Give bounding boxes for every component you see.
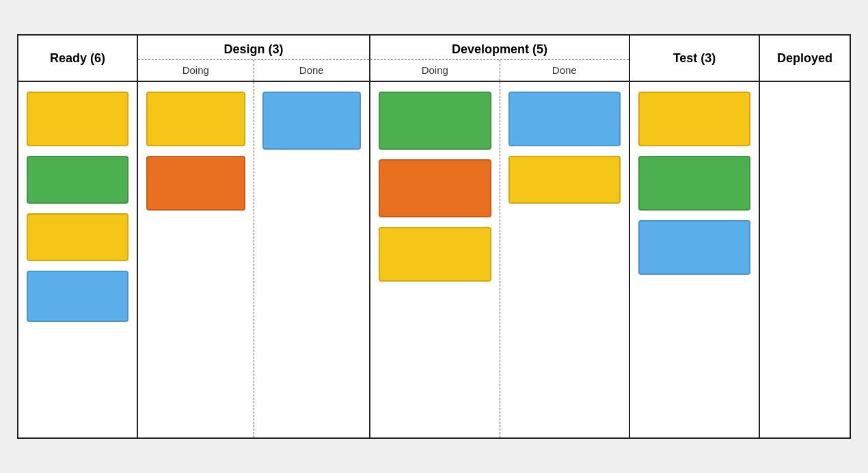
dev-done-header: Done: [500, 60, 629, 81]
card[interactable]: [27, 92, 128, 146]
card[interactable]: [27, 156, 128, 204]
col-design-doing-body: [138, 82, 254, 437]
col-deployed-header: Deployed: [760, 36, 850, 81]
col-dev-doing-body: [370, 82, 500, 437]
design-sub-cols: Doing Done: [138, 60, 369, 81]
card[interactable]: [146, 92, 245, 146]
col-design-done-body: [254, 82, 370, 437]
col-ready-body: [18, 82, 138, 437]
col-test-body: [630, 82, 760, 437]
kanban-board: Ready (6) Design (3) Doing Done Developm…: [17, 34, 851, 439]
design-done-label: Done: [299, 64, 324, 76]
card[interactable]: [262, 92, 361, 150]
deployed-label: Deployed: [777, 51, 832, 66]
dev-doing-label: Doing: [422, 64, 448, 76]
col-ready-header: Ready (6): [18, 36, 138, 81]
design-top-label: Design (3): [138, 36, 369, 60]
card[interactable]: [379, 159, 491, 217]
design-doing-header: Doing: [138, 60, 254, 81]
card[interactable]: [508, 92, 621, 146]
col-test-header: Test (3): [630, 36, 760, 81]
col-deployed-body: [760, 82, 850, 437]
dev-label: Development (5): [452, 42, 547, 56]
design-done-header: Done: [254, 60, 370, 81]
card[interactable]: [638, 156, 750, 211]
card[interactable]: [508, 156, 621, 204]
body-row: [18, 82, 850, 437]
test-label: Test (3): [673, 51, 716, 66]
card[interactable]: [27, 213, 128, 261]
dev-sub-cols: Doing Done: [370, 60, 629, 81]
card[interactable]: [638, 92, 750, 146]
header-row: Ready (6) Design (3) Doing Done Developm…: [18, 36, 850, 82]
col-dev-header: Development (5) Doing Done: [370, 36, 630, 81]
card[interactable]: [146, 156, 245, 211]
col-design-header: Design (3) Doing Done: [138, 36, 370, 81]
dev-top-label: Development (5): [370, 36, 629, 60]
dev-done-label: Done: [552, 64, 577, 76]
design-doing-label: Doing: [182, 64, 209, 76]
dev-doing-header: Doing: [370, 60, 500, 81]
card[interactable]: [379, 227, 491, 282]
card[interactable]: [638, 220, 750, 275]
design-label: Design (3): [223, 42, 283, 56]
col-dev-done-body: [500, 82, 630, 437]
ready-label: Ready (6): [50, 51, 105, 66]
card[interactable]: [27, 271, 128, 322]
card[interactable]: [379, 92, 491, 150]
